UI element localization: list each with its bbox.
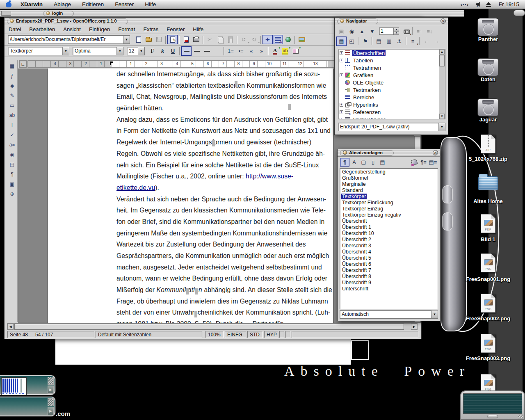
desktop-icon-label[interactable]: FreeSnap002.png xyxy=(466,315,510,322)
style-item[interactable]: Überschrift 3 xyxy=(340,242,438,249)
desktop-icon-5_1024x768.zip[interactable]: ZIP xyxy=(481,135,495,153)
style-item[interactable]: Überschrift 9 xyxy=(340,279,438,285)
writer-menu-bearbeiten[interactable]: Bearbeiten xyxy=(29,26,55,32)
set-reminder-button[interactable]: ⚑ xyxy=(360,37,370,46)
filter-dropdown-button[interactable]: ▼ xyxy=(431,310,438,318)
expander-icon[interactable]: + xyxy=(340,103,343,107)
desktop-icon-Daten[interactable] xyxy=(477,58,499,76)
style-item[interactable]: Unterschrift xyxy=(340,285,438,292)
graphics-onoff-button[interactable]: ▣ xyxy=(7,179,17,189)
demote-level-button[interactable]: → xyxy=(431,37,442,46)
data-source-toggle-button[interactable]: ▣ xyxy=(336,27,347,36)
demote-chapter-button[interactable]: ≡↓ xyxy=(425,27,435,36)
desktop-icon-label[interactable]: 5_1024x768.zip xyxy=(469,156,507,162)
terminal-window[interactable] xyxy=(460,390,525,420)
gallery-button[interactable] xyxy=(297,35,307,44)
navigator-item-tabellen[interactable]: +Tabellen xyxy=(338,57,445,64)
outline-level-button[interactable]: ≡ xyxy=(408,37,418,46)
draw-functions-button[interactable]: ✎ xyxy=(7,91,17,100)
desktop-icon-label[interactable]: Altes Home xyxy=(473,198,503,204)
desktop-icon-FreeSnap002.png[interactable]: PNG xyxy=(481,294,495,313)
desktop-icon-FreeSnap003.png[interactable]: PNG xyxy=(481,334,495,353)
character-styles-button[interactable]: A xyxy=(349,158,359,167)
autotext-button[interactable]: ab xyxy=(7,110,17,120)
background-color-button[interactable] xyxy=(290,46,301,56)
frame-styles-button[interactable]: ▢ xyxy=(359,158,368,167)
navigator-title-tab[interactable]: Navigator xyxy=(337,18,378,24)
writer-menu-datei[interactable]: Datei xyxy=(9,26,21,32)
desktop-icon-Jaguar[interactable] xyxy=(477,98,499,116)
bullet-list-button[interactable]: •≡ xyxy=(236,46,246,56)
tab-type-selector[interactable]: ∟ xyxy=(19,60,27,68)
spellcheck-button[interactable]: ✓ xyxy=(7,130,17,140)
writer-menu-ansicht[interactable]: Ansicht xyxy=(63,26,81,32)
style-item[interactable]: Textkörper Einrückung xyxy=(340,199,438,205)
style-item[interactable]: Marginalie xyxy=(340,181,438,187)
status-zoom[interactable]: 100% xyxy=(205,331,224,338)
navigator-button[interactable] xyxy=(262,35,273,44)
volume-menu[interactable]: ) xyxy=(476,2,478,7)
menu-app[interactable]: XDarwin xyxy=(21,1,43,7)
style-item[interactable]: Überschrift 1 xyxy=(340,224,438,230)
horizontal-scrollbar[interactable]: ◀ ▶ xyxy=(7,323,418,330)
cut-button[interactable]: ✂ xyxy=(205,35,215,44)
style-filter-select[interactable]: Automatisch ▼ xyxy=(340,310,438,319)
footer-button[interactable]: ▥ xyxy=(384,37,394,46)
decrease-indent-button[interactable]: « xyxy=(246,46,256,56)
terminal-content[interactable] xyxy=(463,393,522,414)
align-left-button[interactable] xyxy=(181,46,192,56)
next-button[interactable]: ▼ xyxy=(367,27,377,36)
content-view-button[interactable]: ◰ xyxy=(347,37,357,46)
desktop-icon-label[interactable]: Bild 1 xyxy=(481,236,495,242)
stylist-button[interactable] xyxy=(273,35,283,44)
menu-hilfe[interactable]: Hilfe xyxy=(145,1,156,7)
save-document-button[interactable] xyxy=(154,35,164,44)
anchor-text-button[interactable]: ⚓ xyxy=(394,37,404,46)
print-button[interactable] xyxy=(191,35,201,44)
navigator-scrollbar[interactable]: ▲ ▼ xyxy=(439,49,445,119)
scroll-down-icon[interactable]: ▼ xyxy=(439,114,445,119)
numbered-list-button[interactable]: 1≡ xyxy=(226,46,236,56)
navigator-item-bereiche[interactable]: Bereiche xyxy=(338,94,445,101)
status-selection-mode[interactable]: STD xyxy=(247,331,263,338)
writer-menu-hilfe[interactable]: Hilfe xyxy=(193,26,203,32)
direct-cursor-button[interactable]: I xyxy=(7,120,17,130)
bold-button[interactable]: F xyxy=(147,46,158,56)
promote-chapter-button[interactable]: ≡↑ xyxy=(414,27,425,36)
style-item[interactable]: Überschrift 10 xyxy=(340,230,438,236)
eject-icon[interactable] xyxy=(486,2,491,7)
style-item[interactable]: Überschrift 6 xyxy=(340,261,438,267)
navigation-button[interactable]: ◉ xyxy=(347,27,357,36)
scroll-left-icon[interactable]: ◀ xyxy=(7,324,14,330)
collapsed-window-chart[interactable]: ▶ xyxy=(0,375,55,395)
close-icon[interactable]: ✕ xyxy=(441,18,446,24)
font-name-combobox[interactable]: Optima ▼ xyxy=(73,47,123,55)
desktop-icon-label[interactable]: Jaguar xyxy=(479,116,497,123)
desktop-icon-Panther[interactable] xyxy=(477,18,499,36)
insert-object-button[interactable]: ◆ xyxy=(7,81,17,91)
expander-icon[interactable]: + xyxy=(340,59,343,62)
active-document-value[interactable]: Endspurt-20_PDF_1.sxw (aktiv) xyxy=(338,123,438,131)
underline-button[interactable]: U xyxy=(168,46,178,56)
paste-button[interactable] xyxy=(225,35,235,44)
style-item[interactable]: Überschrift 2 xyxy=(340,236,438,242)
style-dropdown-button[interactable]: ▼ xyxy=(62,47,69,55)
navigator-item-ole-objekte[interactable]: OLE-Objekte xyxy=(338,79,445,86)
style-item[interactable]: Textkörper xyxy=(340,193,438,199)
menu-editieren[interactable]: Editieren xyxy=(82,1,104,7)
page-spinner[interactable]: 1▴▾ xyxy=(379,27,399,35)
header-button[interactable]: ▤ xyxy=(374,37,384,46)
navigator-item-verzeichnisse[interactable]: +Verzeichnisse xyxy=(338,116,445,119)
apple-menu-icon[interactable] xyxy=(6,1,11,7)
hyperlink[interactable]: etikette.de.vu xyxy=(116,184,155,191)
status-page[interactable]: Seite 48 54 / 107 xyxy=(7,331,94,338)
navigator-document-select[interactable]: Endspurt-20_PDF_1.sxw (aktiv) ▼ xyxy=(338,123,445,131)
font-value[interactable]: Optima xyxy=(73,47,116,55)
style-value[interactable]: Textkörper xyxy=(8,47,62,55)
paragraph-style-combobox[interactable]: Textkörper ▼ xyxy=(8,47,69,55)
desktop-icon-label[interactable]: FreeSnap001.png xyxy=(466,276,510,282)
navigator-item-hyperlinks[interactable]: +Hyperlinks xyxy=(338,101,445,108)
justify-button[interactable] xyxy=(212,46,222,56)
navigator-item-referenzen[interactable]: +Referenzen xyxy=(338,108,445,116)
collapse-box-icon[interactable] xyxy=(1,11,11,16)
